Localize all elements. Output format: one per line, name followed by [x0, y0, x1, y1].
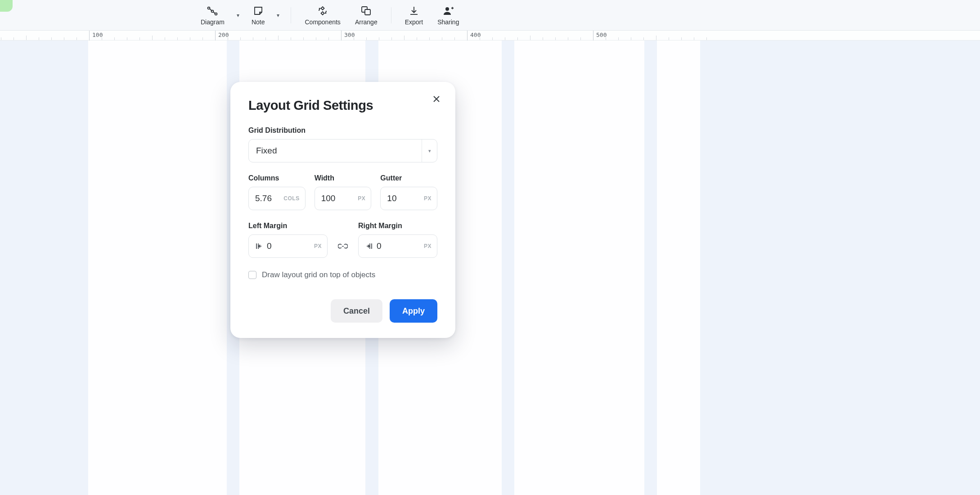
- ruler-minor-tick: [190, 37, 190, 40]
- toolbar-separator: [291, 7, 291, 23]
- window-corner-decoration: [0, 0, 13, 12]
- ruler-tick-label: 400: [470, 32, 481, 38]
- right-margin-unit: PX: [424, 243, 432, 249]
- toolbar-separator: [391, 7, 391, 23]
- layout-grid-column: [657, 40, 700, 495]
- draw-on-top-label: Draw layout grid on top of objects: [262, 270, 375, 279]
- ruler-minor-tick: [316, 37, 316, 40]
- ruler-minor-tick: [429, 37, 430, 40]
- width-label: Width: [315, 174, 372, 182]
- ruler-minor-tick: [13, 37, 14, 40]
- margin-left-icon: [255, 242, 263, 250]
- ruler-major-tick: 500: [593, 31, 593, 40]
- canvas[interactable]: Layout Grid Settings Grid Distribution F…: [0, 40, 980, 495]
- ruler-minor-tick: [391, 37, 392, 40]
- ruler-minor-tick: [530, 36, 530, 40]
- dialog-title: Layout Grid Settings: [248, 98, 437, 113]
- layout-grid-column: [514, 40, 644, 495]
- ruler-minor-tick: [228, 37, 228, 40]
- width-unit: PX: [358, 195, 365, 202]
- left-margin-input[interactable]: [267, 241, 321, 251]
- grid-distribution-label: Grid Distribution: [248, 126, 437, 135]
- note-icon: [252, 5, 264, 17]
- ruler-minor-tick: [568, 37, 568, 40]
- ruler-minor-tick: [26, 36, 27, 40]
- layout-grid-column: [88, 40, 227, 495]
- right-margin-label: Right Margin: [358, 222, 437, 230]
- dialog-close-button[interactable]: [429, 92, 444, 106]
- link-margins-button[interactable]: [336, 234, 350, 258]
- toolbar-diagram-label: Diagram: [201, 18, 225, 26]
- gutter-label: Gutter: [380, 174, 437, 182]
- toolbar-export[interactable]: Export: [398, 0, 430, 30]
- ruler-minor-tick: [492, 37, 493, 40]
- toolbar-sharing-label: Sharing: [437, 18, 459, 26]
- ruler-tick-label: 500: [596, 32, 607, 38]
- ruler-minor-tick: [480, 37, 480, 40]
- layout-grid-settings-dialog: Layout Grid Settings Grid Distribution F…: [230, 82, 455, 338]
- dialog-actions: Cancel Apply: [248, 299, 437, 323]
- margin-right-icon: [365, 242, 373, 250]
- ruler-minor-tick: [278, 36, 279, 40]
- toolbar-sharing[interactable]: Sharing: [430, 0, 466, 30]
- ruler-minor-tick: [253, 37, 253, 40]
- ruler-minor-tick: [39, 37, 39, 40]
- left-margin-label: Left Margin: [248, 222, 328, 230]
- ruler-minor-tick: [291, 37, 291, 40]
- left-margin-unit: PX: [314, 243, 322, 249]
- toolbar-diagram-dropdown[interactable]: ▾: [232, 0, 244, 30]
- ruler-minor-tick: [618, 37, 619, 40]
- svg-point-0: [208, 7, 210, 9]
- apply-button[interactable]: Apply: [390, 299, 437, 323]
- ruler-minor-tick: [417, 37, 417, 40]
- ruler-tick-label: 200: [218, 32, 229, 38]
- ruler-minor-tick: [606, 37, 606, 40]
- toolbar-components-label: Components: [305, 18, 340, 26]
- draw-on-top-checkbox-row[interactable]: Draw layout grid on top of objects: [248, 270, 437, 279]
- right-margin-input-wrapper: PX: [358, 234, 437, 258]
- ruler-minor-tick: [177, 37, 178, 40]
- ruler-minor-tick: [51, 37, 52, 40]
- toolbar-note-dropdown[interactable]: ▾: [272, 0, 284, 30]
- ruler-minor-tick: [328, 37, 329, 40]
- ruler-minor-tick: [681, 37, 682, 40]
- ruler-minor-tick: [165, 37, 165, 40]
- ruler-minor-tick: [404, 36, 405, 40]
- ruler-minor-tick: [442, 37, 442, 40]
- columns-label: Columns: [248, 174, 306, 182]
- ruler-minor-tick: [517, 37, 518, 40]
- toolbar-export-label: Export: [405, 18, 423, 26]
- ruler-minor-tick: [366, 37, 367, 40]
- toolbar-note[interactable]: Note: [244, 0, 272, 30]
- main-toolbar: Diagram ▾ Note ▾ Components: [0, 0, 980, 31]
- draw-on-top-checkbox[interactable]: [248, 271, 256, 279]
- ruler-major-tick: 100: [89, 31, 90, 40]
- ruler-minor-tick: [114, 37, 115, 40]
- right-margin-input[interactable]: [377, 241, 431, 251]
- left-margin-input-wrapper: PX: [248, 234, 328, 258]
- toolbar-diagram[interactable]: Diagram: [193, 0, 232, 30]
- chevron-down-icon: ▾: [422, 140, 437, 162]
- ruler-minor-tick: [580, 37, 581, 40]
- gutter-input-wrapper: PX: [380, 187, 437, 210]
- toolbar-arrange-label: Arrange: [355, 18, 378, 26]
- grid-distribution-select[interactable]: Fixed ▾: [248, 139, 437, 162]
- ruler-minor-tick: [706, 37, 707, 40]
- ruler-minor-tick: [454, 37, 455, 40]
- ruler-minor-tick: [631, 37, 631, 40]
- ruler-minor-tick: [694, 37, 694, 40]
- columns-unit: COLS: [283, 195, 299, 202]
- ruler-minor-tick: [303, 37, 304, 40]
- ruler-minor-tick: [265, 37, 266, 40]
- toolbar-components[interactable]: Components: [297, 0, 347, 30]
- svg-rect-4: [365, 9, 370, 15]
- ruler-minor-tick: [127, 37, 127, 40]
- cancel-button[interactable]: Cancel: [331, 299, 382, 323]
- toolbar-arrange[interactable]: Arrange: [348, 0, 385, 30]
- ruler-major-tick: 400: [467, 31, 468, 40]
- diagram-icon: [207, 5, 218, 17]
- sharing-icon: [442, 5, 454, 17]
- ruler-minor-tick: [64, 37, 64, 40]
- ruler-tick-label: 100: [92, 32, 103, 38]
- components-icon: [317, 5, 328, 17]
